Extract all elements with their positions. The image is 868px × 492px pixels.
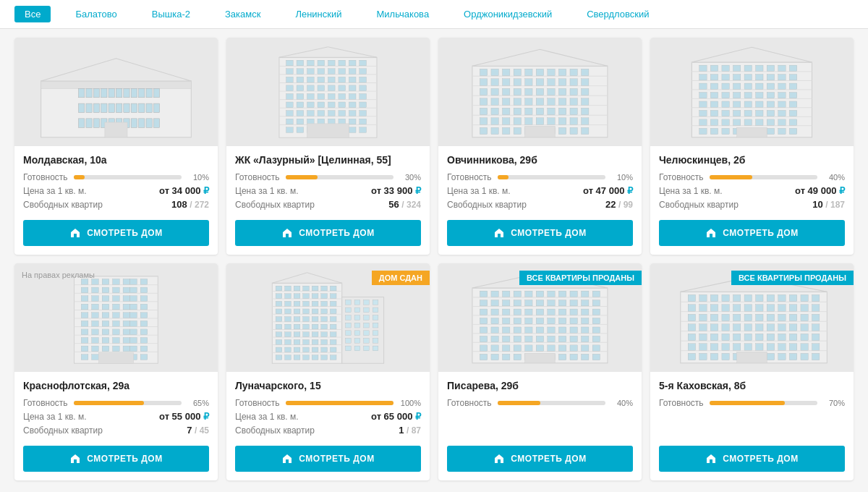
progress-bar-fill — [498, 401, 541, 405]
btn-label: СМОТРЕТЬ ДОМ — [87, 228, 162, 238]
filter-btn-свердловский[interactable]: Свердловский — [576, 6, 659, 22]
svg-rect-119 — [307, 123, 349, 137]
free-row: Свободных квартир 108 / 272 — [23, 199, 209, 210]
free-row: Свободных квартир 22 / 99 — [447, 199, 633, 210]
svg-rect-108 — [349, 119, 356, 124]
svg-rect-348 — [130, 304, 137, 310]
svg-rect-454 — [346, 346, 352, 351]
svg-rect-395 — [285, 339, 292, 344]
svg-rect-201 — [692, 62, 812, 137]
svg-rect-178 — [558, 69, 566, 75]
readiness-row: Готовность 10% — [23, 172, 209, 182]
card-body: Краснофлотская, 29а Готовность 65% Цена … — [14, 372, 218, 446]
svg-rect-20 — [131, 103, 137, 112]
svg-rect-505 — [503, 318, 510, 323]
currency-symbol: ₽ — [415, 411, 421, 422]
svg-rect-281 — [789, 128, 796, 134]
filter-btn-балатово[interactable]: Балатово — [65, 6, 127, 22]
svg-rect-661 — [812, 294, 820, 301]
view-house-button[interactable]: СМОТРЕТЬ ДОМ — [659, 446, 845, 472]
svg-rect-665 — [812, 334, 820, 340]
svg-rect-198 — [582, 127, 589, 134]
filter-btn-мильчакова[interactable]: Мильчакова — [366, 6, 439, 22]
price-label: Цена за 1 кв. м. — [23, 412, 87, 422]
svg-rect-600 — [710, 314, 718, 321]
svg-rect-24 — [79, 118, 85, 127]
svg-rect-320 — [102, 321, 109, 326]
svg-rect-302 — [81, 337, 88, 343]
currency-symbol: ₽ — [203, 185, 209, 196]
filter-btn-орджоникидзевский[interactable]: Орджоникидзевский — [454, 6, 562, 22]
progress-bar-wrap — [710, 401, 817, 405]
svg-rect-474 — [373, 338, 378, 343]
svg-rect-207 — [692, 107, 812, 108]
svg-rect-88 — [328, 102, 335, 108]
free-label: Свободных квартир — [235, 200, 315, 210]
btn-label: СМОТРЕТЬ ДОМ — [511, 228, 586, 238]
svg-rect-598 — [710, 294, 718, 301]
svg-rect-564 — [582, 345, 589, 351]
svg-rect-206 — [692, 98, 812, 98]
svg-rect-180 — [558, 88, 566, 95]
svg-rect-67 — [307, 77, 315, 82]
svg-rect-529 — [536, 318, 543, 323]
svg-rect-52 — [286, 102, 294, 108]
svg-rect-387 — [276, 355, 282, 360]
svg-rect-305 — [92, 279, 99, 284]
svg-rect-245 — [744, 92, 752, 98]
view-house-button[interactable]: СМОТРЕТЬ ДОМ — [235, 220, 421, 246]
svg-rect-139 — [491, 98, 498, 104]
svg-rect-83 — [328, 60, 335, 66]
svg-rect-545 — [558, 318, 566, 323]
view-house-button[interactable]: СМОТРЕТЬ ДОМ — [447, 446, 633, 472]
view-house-button[interactable]: СМОТРЕТЬ ДОМ — [23, 220, 209, 246]
svg-rect-95 — [339, 85, 346, 90]
svg-rect-236 — [733, 83, 741, 89]
view-house-button[interactable]: СМОТРЕТЬ ДОМ — [659, 220, 845, 246]
svg-rect-330 — [113, 321, 120, 326]
readiness-label: Готовность — [23, 398, 68, 408]
svg-rect-619 — [744, 294, 752, 301]
svg-rect-85 — [328, 77, 335, 82]
svg-rect-273 — [778, 128, 786, 134]
svg-rect-181 — [558, 98, 566, 104]
svg-rect-537 — [548, 318, 555, 323]
svg-rect-361 — [140, 329, 148, 335]
svg-rect-280 — [789, 119, 796, 124]
svg-rect-416 — [303, 347, 310, 352]
svg-rect-175 — [548, 108, 555, 114]
filter-btn-ленинский[interactable]: Ленинский — [285, 6, 352, 22]
svg-rect-561 — [582, 318, 589, 323]
svg-rect-230 — [722, 101, 729, 106]
svg-rect-462 — [364, 300, 370, 305]
card-body: 5-я Каховская, 8б Готовность 70% — [650, 372, 854, 446]
svg-rect-530 — [536, 327, 543, 333]
svg-rect-226 — [722, 65, 729, 71]
svg-rect-617 — [733, 343, 741, 349]
svg-rect-620 — [744, 304, 752, 310]
filter-btn-закамск[interactable]: Закамск — [215, 6, 271, 22]
svg-rect-7 — [116, 88, 122, 97]
svg-rect-16 — [101, 103, 107, 112]
svg-rect-662 — [812, 304, 820, 310]
svg-rect-110 — [359, 60, 367, 66]
svg-rect-630 — [756, 334, 763, 340]
svg-rect-397 — [285, 355, 292, 360]
svg-rect-549 — [558, 354, 566, 360]
filter-btn-вышка-2[interactable]: Вышка-2 — [142, 6, 200, 22]
svg-marker-476 — [272, 273, 341, 283]
free-row: Свободных квартир 1 / 87 — [235, 425, 421, 436]
svg-rect-176 — [548, 117, 555, 124]
view-house-button[interactable]: СМОТРЕТЬ ДОМ — [235, 446, 421, 472]
svg-rect-497 — [491, 318, 498, 323]
view-house-button[interactable]: СМОТРЕТЬ ДОМ — [447, 220, 633, 246]
svg-rect-342 — [123, 337, 130, 343]
filter-btn-все[interactable]: Все — [14, 6, 51, 22]
svg-rect-512 — [514, 309, 521, 315]
card-title: Краснофлотская, 29а — [23, 379, 209, 392]
svg-rect-503 — [503, 300, 510, 305]
svg-rect-509 — [503, 354, 510, 360]
svg-rect-475 — [373, 346, 378, 351]
readiness-pct: 100% — [399, 399, 421, 407]
view-house-button[interactable]: СМОТРЕТЬ ДОМ — [23, 446, 209, 472]
